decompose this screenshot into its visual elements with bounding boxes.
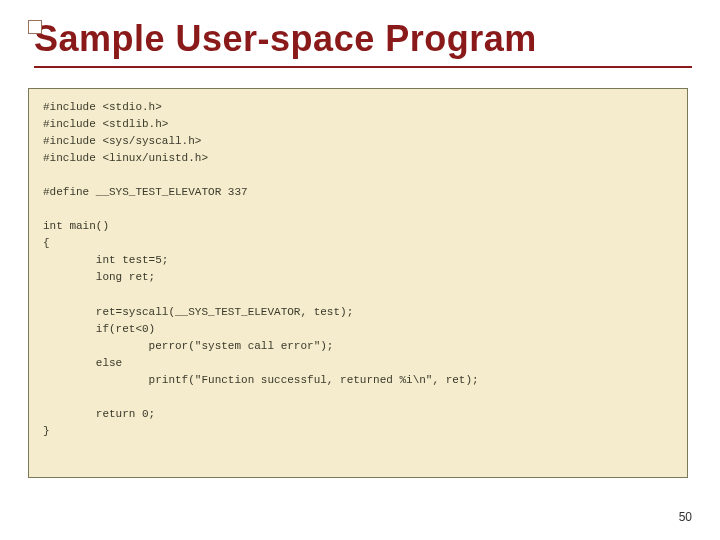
title-underline [34,66,692,68]
title-wrap: Sample User-space Program [28,18,692,68]
slide-title: Sample User-space Program [34,18,692,60]
slide-container: Sample User-space Program #include <stdi… [0,0,720,540]
code-block: #include <stdio.h> #include <stdlib.h> #… [28,88,688,478]
title-accent-square [28,20,42,34]
page-number: 50 [679,510,692,524]
